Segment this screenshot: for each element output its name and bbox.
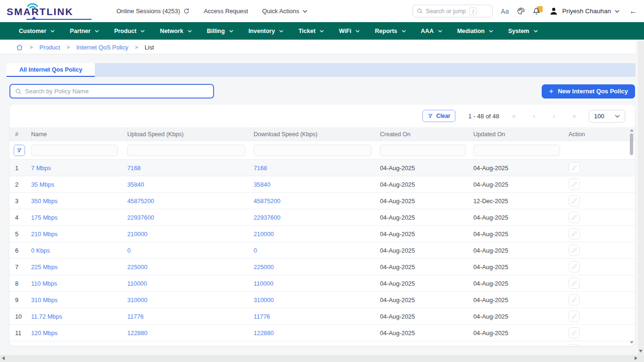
nav-item-wifi[interactable]: WiFi bbox=[331, 22, 367, 40]
download-speed-link[interactable]: 225000 bbox=[254, 263, 380, 271]
online-sessions-link[interactable]: Online Sessions (4253) bbox=[116, 8, 190, 15]
upload-speed-link[interactable]: 35840 bbox=[127, 181, 254, 188]
edit-button[interactable] bbox=[569, 278, 580, 289]
col-header-download[interactable]: Download Speed (Kbps) bbox=[254, 127, 380, 141]
policy-name-link[interactable]: 120 Mbps bbox=[31, 329, 127, 337]
scroll-down-arrow[interactable] bbox=[639, 350, 643, 353]
access-request-link[interactable]: Access Request bbox=[204, 8, 248, 15]
policy-name-link[interactable]: 0 Kbps bbox=[31, 247, 127, 254]
filter-input-created-on[interactable] bbox=[380, 145, 466, 156]
nav-item-reports[interactable]: Reports bbox=[367, 22, 413, 40]
download-speed-link[interactable]: 35840 bbox=[254, 181, 380, 188]
edit-button[interactable] bbox=[569, 195, 580, 206]
nav-item-customer[interactable]: Customer bbox=[11, 22, 62, 40]
edit-button[interactable] bbox=[569, 344, 580, 346]
edit-button[interactable] bbox=[569, 327, 580, 338]
new-internet-qos-policy-button[interactable]: + New Internet Qos Policy bbox=[542, 84, 635, 99]
row-filter-clear-button[interactable] bbox=[14, 145, 25, 156]
download-speed-link[interactable]: 22937600 bbox=[254, 214, 380, 221]
tab-all-internet-qos-policy[interactable]: All Internet Qos Policy bbox=[7, 63, 95, 77]
upload-speed-link[interactable]: 210000 bbox=[127, 230, 254, 238]
col-header-updated[interactable]: Updated On bbox=[473, 127, 569, 141]
upload-speed-link[interactable]: 110000 bbox=[127, 280, 254, 287]
policy-name-link[interactable]: 110 Mbps bbox=[31, 280, 127, 287]
download-speed-link[interactable]: 45875200 bbox=[254, 197, 380, 205]
nav-item-ticket[interactable]: Ticket bbox=[291, 22, 331, 40]
nav-item-billing[interactable]: Billing bbox=[199, 22, 241, 40]
policy-name-link[interactable]: 35 Mbps bbox=[31, 181, 127, 188]
global-search[interactable]: / bbox=[413, 5, 493, 17]
col-header-name[interactable]: Name bbox=[31, 127, 127, 141]
back-arrow-button[interactable]: ← bbox=[629, 7, 637, 16]
policy-search-box[interactable] bbox=[9, 84, 214, 99]
upload-speed-link[interactable]: 225000 bbox=[127, 263, 254, 271]
nav-item-partner[interactable]: Partner bbox=[62, 22, 107, 40]
prev-page-button[interactable]: ‹ bbox=[533, 112, 536, 120]
nav-item-mediation[interactable]: Mediation bbox=[450, 22, 501, 40]
filter-input-name[interactable] bbox=[31, 145, 118, 156]
policy-name-link[interactable]: 310 Mbps bbox=[31, 296, 127, 304]
download-speed-link[interactable]: 122880 bbox=[254, 329, 380, 337]
nav-item-system[interactable]: System bbox=[501, 22, 545, 40]
policy-name-link[interactable]: 210 Mbps bbox=[31, 230, 127, 238]
scroll-right-arrow[interactable] bbox=[635, 356, 637, 360]
download-speed-link[interactable]: 0 bbox=[254, 247, 380, 254]
page-size-select[interactable]: 100 bbox=[589, 110, 625, 123]
upload-speed-link[interactable]: 310000 bbox=[127, 296, 254, 304]
font-size-toggle[interactable]: Aa bbox=[501, 8, 509, 15]
edit-button[interactable] bbox=[569, 162, 580, 173]
smartlink-logo[interactable]: SMARTLINK bbox=[7, 2, 94, 21]
filter-input-upload-speed[interactable] bbox=[127, 145, 245, 156]
refresh-icon[interactable] bbox=[183, 8, 190, 14]
clear-filters-button[interactable]: Clear bbox=[422, 110, 455, 122]
edit-button[interactable] bbox=[569, 261, 580, 272]
edit-button[interactable] bbox=[569, 294, 580, 305]
page-horizontal-scrollbar[interactable] bbox=[0, 355, 644, 362]
breadcrumb-internet-qos-policy[interactable]: Internet QoS Policy bbox=[76, 44, 128, 51]
download-speed-link[interactable]: 210000 bbox=[254, 230, 380, 238]
col-header-upload[interactable]: Upload Speed (Kbps) bbox=[127, 127, 254, 141]
breadcrumb-product[interactable]: Product bbox=[39, 44, 60, 51]
quick-actions-menu[interactable]: Quick Actions bbox=[262, 8, 307, 15]
nav-item-product[interactable]: Product bbox=[107, 22, 152, 40]
policy-name-link[interactable]: 225 Mbps bbox=[31, 263, 127, 271]
upload-speed-link[interactable]: 11776 bbox=[127, 313, 254, 320]
filter-input-updated-on[interactable] bbox=[473, 145, 560, 156]
upload-speed-link[interactable]: 7168 bbox=[127, 165, 254, 172]
first-page-button[interactable]: « bbox=[512, 112, 516, 120]
user-menu[interactable]: Priyesh Chauhan bbox=[549, 7, 619, 16]
edit-button[interactable] bbox=[569, 311, 580, 322]
nav-item-aaa[interactable]: AAA bbox=[413, 22, 450, 40]
home-icon[interactable] bbox=[16, 44, 23, 51]
col-header-created[interactable]: Created On bbox=[380, 127, 473, 141]
policy-name-link[interactable]: 350 Mbps bbox=[31, 197, 127, 205]
policy-name-link[interactable]: 175 Mbps bbox=[31, 214, 127, 221]
table-scrollbar[interactable] bbox=[629, 129, 634, 344]
upload-speed-link[interactable]: 0 bbox=[127, 247, 254, 254]
scroll-thumb[interactable] bbox=[630, 133, 633, 155]
policy-name-link[interactable]: 11.72 Mbps bbox=[31, 313, 127, 320]
notifications-bell-icon[interactable] bbox=[533, 7, 541, 16]
filter-input-download-speed[interactable] bbox=[254, 145, 372, 156]
scroll-down-arrow[interactable] bbox=[630, 341, 634, 344]
next-page-button[interactable]: › bbox=[553, 112, 555, 120]
nav-item-network[interactable]: Network bbox=[152, 22, 199, 40]
upload-speed-link[interactable]: 22937600 bbox=[127, 214, 254, 221]
page-vertical-scrollbar[interactable] bbox=[638, 41, 644, 355]
policy-name-link[interactable]: 7 Mbps bbox=[31, 165, 127, 172]
download-speed-link[interactable]: 11776 bbox=[254, 313, 380, 320]
scroll-left-arrow[interactable] bbox=[2, 356, 5, 360]
global-search-input[interactable] bbox=[426, 8, 466, 15]
download-speed-link[interactable]: 110000 bbox=[254, 280, 380, 287]
download-speed-link[interactable]: 310000 bbox=[254, 296, 380, 304]
upload-speed-link[interactable]: 122880 bbox=[127, 329, 254, 337]
edit-button[interactable] bbox=[569, 228, 580, 239]
policy-search-input[interactable] bbox=[25, 88, 208, 95]
last-page-button[interactable]: » bbox=[572, 112, 576, 120]
edit-button[interactable] bbox=[569, 245, 580, 256]
edit-button[interactable] bbox=[569, 179, 580, 190]
download-speed-link[interactable]: 7168 bbox=[254, 165, 380, 172]
edit-button[interactable] bbox=[569, 212, 580, 223]
nav-item-inventory[interactable]: Inventory bbox=[241, 22, 291, 40]
upload-speed-link[interactable]: 45875200 bbox=[127, 197, 254, 205]
